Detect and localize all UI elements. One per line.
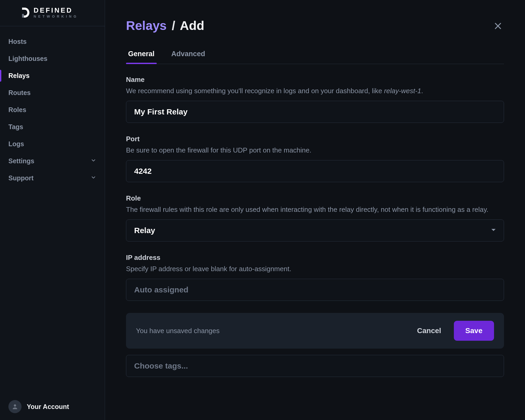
sidebar-item-label: Logs	[8, 140, 24, 148]
sidebar-item-tags[interactable]: Tags	[0, 118, 105, 135]
sidebar-item-logs[interactable]: Logs	[0, 135, 105, 153]
svg-rect-0	[22, 14, 24, 18]
field-role: Role The firewall rules with this role a…	[126, 194, 504, 242]
field-label: Port	[126, 135, 504, 143]
form: Name We recommend using something you'll…	[126, 76, 504, 377]
brand-logo: DEFINED NETWORKING	[0, 0, 105, 26]
sidebar: DEFINED NETWORKING Hosts Lighthouses Rel…	[0, 0, 105, 420]
sidebar-item-hosts[interactable]: Hosts	[0, 33, 105, 50]
sidebar-nav: Hosts Lighthouses Relays Routes Roles Ta…	[0, 26, 105, 393]
field-tags	[126, 355, 504, 377]
breadcrumb-current: Add	[180, 19, 204, 33]
breadcrumb-separator: /	[172, 19, 175, 33]
svg-point-1	[14, 404, 16, 407]
sidebar-item-routes[interactable]: Routes	[0, 84, 105, 101]
field-help: Specify IP address or leave blank for au…	[126, 264, 504, 274]
role-select[interactable]: Relay	[126, 219, 504, 242]
main-content: Relays / Add General Advanced Name We re…	[105, 0, 525, 420]
field-help: The firewall rules with this role are on…	[126, 204, 504, 215]
sidebar-item-label: Roles	[8, 106, 26, 114]
field-help: We recommend using something you'll reco…	[126, 86, 504, 96]
sidebar-item-settings[interactable]: Settings	[0, 153, 105, 170]
tags-input[interactable]	[126, 355, 504, 377]
breadcrumb: Relays / Add	[126, 18, 204, 33]
save-button[interactable]: Save	[454, 321, 494, 341]
sidebar-item-lighthouses[interactable]: Lighthouses	[0, 50, 105, 67]
close-icon	[494, 27, 502, 31]
unsaved-changes-bar: You have unsaved changes Cancel Save	[126, 313, 504, 349]
field-name: Name We recommend using something you'll…	[126, 76, 504, 123]
sidebar-item-label: Settings	[8, 157, 34, 165]
account-name: Your Account	[27, 403, 69, 411]
sidebar-item-relays[interactable]: Relays	[0, 67, 105, 84]
close-button[interactable]	[492, 20, 504, 33]
avatar	[8, 400, 22, 413]
field-port: Port Be sure to open the firewall for th…	[126, 135, 504, 182]
name-input[interactable]	[126, 101, 504, 123]
sidebar-item-roles[interactable]: Roles	[0, 101, 105, 118]
field-ip: IP address Specify IP address or leave b…	[126, 254, 504, 301]
field-help: Be sure to open the firewall for this UD…	[126, 145, 504, 155]
sidebar-item-label: Support	[8, 174, 34, 182]
brand-logo-mark	[21, 7, 30, 18]
ip-input[interactable]	[126, 279, 504, 301]
breadcrumb-parent[interactable]: Relays	[126, 19, 167, 33]
port-input[interactable]	[126, 160, 504, 182]
tab-advanced[interactable]: Advanced	[169, 50, 207, 64]
sidebar-item-label: Tags	[8, 123, 23, 131]
chevron-down-icon	[91, 158, 96, 165]
field-label: IP address	[126, 254, 504, 262]
account-section[interactable]: Your Account	[0, 393, 105, 420]
tab-general[interactable]: General	[126, 50, 157, 64]
field-label: Role	[126, 194, 504, 202]
page-header: Relays / Add	[126, 18, 504, 33]
brand-name-line2: NETWORKING	[34, 15, 78, 18]
sidebar-item-label: Routes	[8, 89, 31, 97]
chevron-down-icon	[91, 175, 96, 182]
sidebar-item-support[interactable]: Support	[0, 170, 105, 187]
unsaved-message: You have unsaved changes	[136, 327, 220, 335]
tabs: General Advanced	[126, 50, 504, 64]
brand-name-line1: DEFINED	[34, 7, 78, 14]
sidebar-item-label: Hosts	[8, 38, 27, 45]
sidebar-item-label: Relays	[8, 72, 30, 80]
cancel-button[interactable]: Cancel	[417, 327, 441, 335]
field-label: Name	[126, 76, 504, 84]
sidebar-item-label: Lighthouses	[8, 55, 48, 62]
